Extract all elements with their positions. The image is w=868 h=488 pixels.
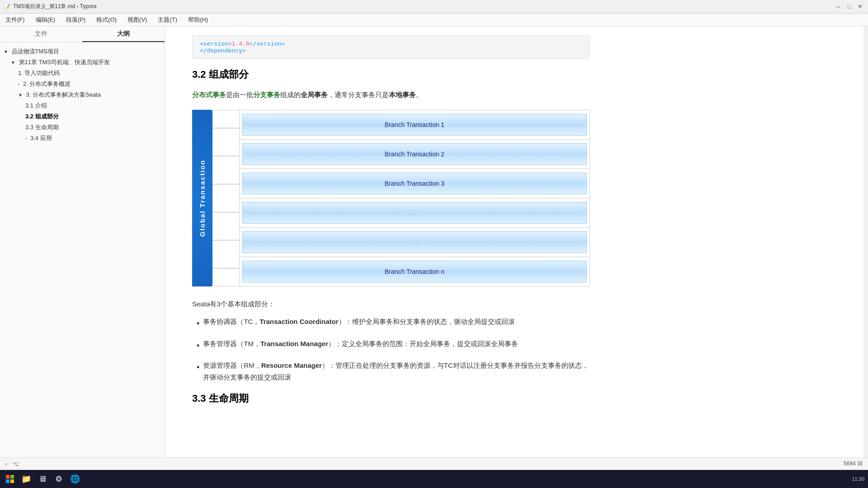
bullet-list: • 事务协调器（TC，Transaction Coordinator）：维护全局… [192, 316, 590, 383]
menu-help[interactable]: 帮助(H) [186, 15, 210, 25]
chevron-down-icon: ▼ [4, 49, 8, 54]
diagram-container: Global Transaction Branch Transaction 1 [192, 110, 590, 286]
sidebar-item-34[interactable]: › 3.4 应用 [2, 133, 163, 144]
sidebar-tree: ▼ 品达物流TMS项目 ▼ 第11章 TMS司机端、快递员端开发 1. 导入功能… [0, 42, 165, 457]
menu-paragraph[interactable]: 段落(P) [64, 15, 87, 25]
intro-text5: 全局事务 [301, 91, 328, 99]
intro-text3: 分支事务 [253, 91, 280, 99]
section-33-heading: 3.3 生命周期 [192, 392, 590, 405]
chevron-down-icon: ▼ [18, 93, 23, 98]
menu-view[interactable]: 视图(V) [126, 15, 149, 25]
system-clock: 11:30 [852, 476, 864, 482]
monitor-icon[interactable]: 🖥 [36, 473, 49, 485]
branch-box-n: Branch Transaction n [242, 261, 587, 282]
app-body: 文件 大纲 ▼ 品达物流TMS项目 ▼ 第11章 TMS司机端、快递员端开发 1… [0, 26, 868, 457]
svg-rect-3 [10, 479, 14, 483]
branch-row-dots1: ...... [240, 198, 590, 228]
sidebar-item-dist-overview[interactable]: › 2. 分布式事务概述 [2, 79, 163, 89]
content-area[interactable]: <version>1.4.0</version> </dependency> 3… [165, 26, 868, 457]
code-view-icon[interactable]: ⌥ [13, 461, 19, 467]
maximize-button[interactable]: □ [844, 2, 854, 11]
title-bar-controls: ─ □ ✕ [834, 2, 864, 11]
code-line-1: <version>1.4.0</version> [200, 40, 582, 47]
minimize-button[interactable]: ─ [834, 2, 843, 11]
browser-icon[interactable]: 🌐 [69, 473, 81, 485]
branch-row-n: Branch Transaction n [240, 257, 590, 286]
menu-theme[interactable]: 主题(T) [156, 15, 179, 25]
svg-rect-0 [6, 475, 9, 479]
sidebar-item-32[interactable]: 3.2 组成部分 [2, 111, 163, 122]
sidebar-item-seata[interactable]: ▼ 3. 分布式事务解决方案Seata [2, 89, 163, 100]
close-button[interactable]: ✕ [855, 2, 864, 11]
svg-rect-1 [10, 475, 14, 479]
branch-row-3: Branch Transaction 3 [240, 169, 590, 198]
word-count: 5694 词 [844, 460, 863, 468]
sidebar: 文件 大纲 ▼ 品达物流TMS项目 ▼ 第11章 TMS司机端、快递员端开发 1… [0, 26, 165, 457]
sidebar-tabs: 文件 大纲 [0, 26, 165, 42]
menu-file[interactable]: 文件(F) [4, 15, 27, 25]
bottom-bar-left: ‹ ⌥ [5, 461, 19, 467]
menu-bar: 文件(F) 编辑(E) 段落(P) 格式(O) 视图(V) 主题(T) 帮助(H… [0, 14, 868, 26]
chevron-down-icon: ▼ [11, 60, 15, 65]
svg-rect-2 [6, 479, 9, 483]
section-32-intro: 分布式事务是由一批分支事务组成的全局事务，通常分支事务只是本地事务。 [192, 89, 590, 101]
nav-back-icon[interactable]: ‹ [5, 461, 7, 467]
tab-outline[interactable]: 大纲 [82, 26, 165, 42]
bullet-text-2: 事务管理器（TM，Transaction Manager）：定义全局事务的范围：… [203, 338, 518, 350]
description-text: Seata有3个基本组成部分： [192, 300, 590, 309]
chevron-right-icon: › [25, 136, 27, 141]
content-inner: <version>1.4.0</version> </dependency> 3… [165, 26, 617, 423]
app-icon-1[interactable]: ⚙ [52, 473, 65, 485]
sidebar-item-33[interactable]: 3.3 生命周期 [2, 122, 163, 133]
menu-edit[interactable]: 编辑(E) [34, 15, 57, 25]
branch-box-3: Branch Transaction 3 [242, 173, 587, 194]
window-title: TMS项目讲义_第11章.md - Typora [13, 3, 97, 10]
section-32-heading: 3.2 组成部分 [192, 68, 590, 81]
title-bar-left: 📝 TMS项目讲义_第11章.md - Typora [4, 3, 97, 10]
menu-format[interactable]: 格式(O) [94, 15, 118, 25]
taskbar: 📁 🖥 ⚙ 🌐 11:30 [0, 470, 868, 488]
chevron-right-icon: › [18, 82, 19, 87]
bottom-bar: ‹ ⌥ 5694 词 [0, 457, 868, 470]
system-tray: 11:30 [852, 476, 864, 482]
bullet-dot-3: • [197, 361, 199, 375]
bullet-text-1: 事务协调器（TC，Transaction Coordinator）：维护全局事务… [203, 316, 514, 328]
bottom-bar-right: 5694 词 [844, 460, 863, 468]
branch-box-dots2: ... [242, 231, 587, 253]
scrollbar[interactable] [863, 26, 868, 457]
branch-box-1: Branch Transaction 1 [242, 114, 587, 136]
start-button[interactable] [4, 473, 16, 485]
list-item-rm: • 资源管理器（RM，Resource Manager）：管理正在处理的分支事务… [197, 360, 590, 383]
branch-box-2: Branch Transaction 2 [242, 143, 587, 165]
app-icon: 📝 [4, 4, 10, 10]
bullet-dot-2: • [197, 339, 199, 353]
file-explorer-icon[interactable]: 📁 [20, 473, 33, 485]
branch-row-1: Branch Transaction 1 [240, 110, 590, 140]
global-transaction-label: Global Transaction [192, 110, 212, 286]
sidebar-item-31[interactable]: 3.1 介绍 [2, 100, 163, 111]
branch-row-dots2: ... [240, 228, 590, 257]
intro-text1: 分布式事务 [192, 91, 226, 99]
branch-row-2: Branch Transaction 2 [240, 140, 590, 169]
sidebar-item-chapter11[interactable]: ▼ 第11章 TMS司机端、快递员端开发 [2, 57, 163, 68]
bullet-text-3: 资源管理器（RM，Resource Manager）：管理正在处理的分支事务的资… [203, 360, 590, 383]
sidebar-item-root[interactable]: ▼ 品达物流TMS项目 [2, 46, 163, 57]
intro-text7: 本地事务 [389, 91, 416, 99]
sidebar-item-import[interactable]: 1. 导入功能代码 [2, 68, 163, 79]
bullet-dot-1: • [197, 317, 199, 331]
tab-files[interactable]: 文件 [0, 26, 82, 42]
branch-box-dots1: ...... [242, 202, 587, 224]
code-line-2: </dependency> [200, 47, 582, 54]
code-block: <version>1.4.0</version> </dependency> [192, 35, 590, 59]
title-bar: 📝 TMS项目讲义_第11章.md - Typora ─ □ ✕ [0, 0, 868, 14]
list-item-tc: • 事务协调器（TC，Transaction Coordinator）：维护全局… [197, 316, 590, 331]
list-item-tm: • 事务管理器（TM，Transaction Manager）：定义全局事务的范… [197, 338, 590, 353]
